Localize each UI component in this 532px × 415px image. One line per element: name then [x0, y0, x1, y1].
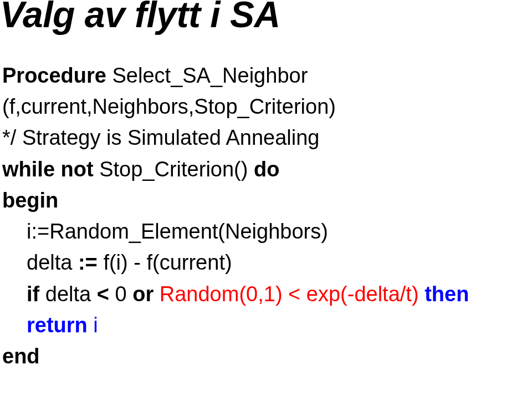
code-line-6: i:=Random_Element(Neighbors)	[27, 216, 469, 247]
kw-while-not: while not	[2, 158, 94, 181]
op-lt: <	[97, 282, 109, 306]
kw-return: return	[27, 313, 88, 337]
kw-do: do	[254, 158, 279, 181]
kw-then: then	[419, 282, 469, 306]
delta-var: delta	[27, 251, 78, 274]
slide-title: Valg av flytt i SA	[0, 0, 280, 36]
code-line-2: (f,current,Neighbors,Stop_Criterion)	[2, 91, 469, 122]
code-block: Procedure Select_SA_Neighbor (f,current,…	[2, 60, 469, 372]
rand-expr: Random(0,1) < exp(-delta/t)	[160, 282, 419, 306]
code-line-4: while not Stop_Criterion() do	[2, 154, 469, 185]
if-zero: 0	[109, 282, 132, 306]
code-line-1: Procedure Select_SA_Neighbor	[2, 60, 469, 91]
delta-expr: f(i) - f(current)	[98, 251, 232, 274]
kw-if: if	[27, 282, 39, 306]
return-val: i	[88, 313, 98, 337]
while-cond: Stop_Criterion()	[94, 158, 254, 181]
code-line-3: */ Strategy is Simulated Annealing	[2, 122, 469, 153]
kw-begin: begin	[2, 185, 469, 216]
code-line-7: delta := f(i) - f(current)	[27, 247, 469, 278]
slide: Valg av flytt i SA Procedure Select_SA_N…	[0, 0, 532, 415]
op-assign: :=	[78, 251, 98, 274]
proc-name: Select_SA_Neighbor	[106, 64, 308, 87]
kw-or: or	[132, 282, 160, 306]
code-line-8: if delta < 0 or Random(0,1) < exp(-delta…	[27, 279, 469, 310]
if-lhs: delta	[39, 282, 97, 306]
kw-end: end	[2, 341, 469, 372]
kw-procedure: Procedure	[2, 64, 106, 87]
code-line-9: return i	[27, 310, 469, 341]
